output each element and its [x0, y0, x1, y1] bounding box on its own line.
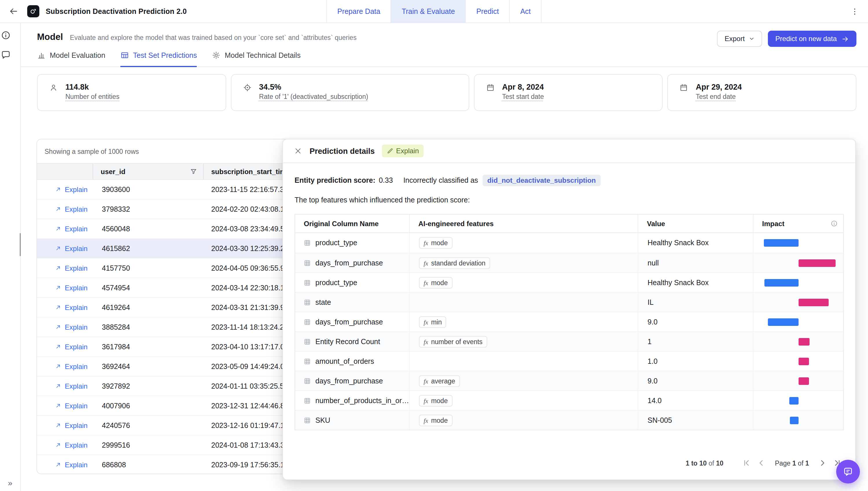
- impact-bar: [798, 338, 809, 345]
- ai-feature-chip: fx mode: [419, 277, 452, 288]
- column-grid-icon: [304, 279, 311, 286]
- user-id-cell: 4007906: [92, 402, 203, 410]
- feature-value: 9.0: [638, 371, 753, 391]
- explain-arrow-icon: [55, 442, 61, 448]
- fx-icon: fx: [424, 259, 428, 266]
- topnav-tab-train-evaluate[interactable]: Train & Evaluate: [391, 0, 465, 23]
- fx-icon: fx: [424, 279, 428, 286]
- explain-arrow-icon: [55, 462, 61, 468]
- feature-row: product_type fx mode Healthy Snack Box: [295, 272, 843, 292]
- assistant-button[interactable]: [836, 460, 860, 484]
- user-id-cell: 4157750: [92, 264, 203, 272]
- impact-cell: [753, 332, 843, 351]
- impact-info-icon[interactable]: [831, 220, 838, 227]
- original-column-name: SKU: [315, 416, 330, 424]
- explain-link[interactable]: Explain: [65, 323, 88, 331]
- ai-feature-label: standard deviation: [431, 259, 485, 266]
- ai-feature-chip: fx mode: [419, 414, 452, 426]
- predict-on-new-data-button[interactable]: Predict on new data: [768, 31, 857, 47]
- assistant-chat-icon: [843, 466, 853, 477]
- explain-arrow-icon: [55, 304, 61, 311]
- column-grid-icon: [304, 358, 311, 365]
- ai-feature-chip: fx mode: [419, 237, 452, 249]
- column-grid-icon: [304, 417, 311, 424]
- topnav-tab-label: Train & Evaluate: [401, 7, 455, 15]
- person-icon: [49, 83, 58, 92]
- ai-feature-chip: fx number of events: [419, 336, 487, 347]
- ai-engineered-features-header: AI-engineered features: [409, 214, 638, 232]
- user-id-cell: 4574954: [92, 284, 203, 292]
- topnav-tab-label: Act: [520, 7, 531, 15]
- table-icon: [120, 51, 129, 60]
- original-column-name: amount_of_orders: [315, 357, 374, 365]
- stat-test-start-date: Apr 8, 2024 Test start date: [474, 74, 663, 111]
- page-title: Model: [37, 32, 63, 42]
- bar-chart-icon: [37, 51, 46, 60]
- tab-model-technical-details[interactable]: Model Technical Details: [212, 51, 301, 67]
- filter-funnel-icon[interactable]: [190, 168, 197, 175]
- first-page-icon[interactable]: [741, 458, 751, 468]
- explain-badge[interactable]: Explain: [382, 145, 424, 157]
- original-column-name: days_from_purchase: [315, 377, 383, 385]
- original-column-name: state: [315, 298, 331, 306]
- next-page-icon[interactable]: [818, 458, 828, 468]
- explain-link[interactable]: Explain: [65, 421, 88, 429]
- ai-feature-chip: fx mode: [419, 395, 452, 406]
- gear-icon: [212, 51, 221, 60]
- explain-link[interactable]: Explain: [65, 343, 88, 351]
- feature-row: days_from_purchase fx average 9.0: [295, 371, 843, 391]
- feature-table-header: Original Column Name AI-engineered featu…: [295, 214, 843, 233]
- feature-row: amount_of_orders 1.0: [295, 351, 843, 371]
- feature-value: 1: [638, 332, 753, 351]
- topnav-tab-label: Predict: [476, 7, 499, 15]
- feature-value: 1.0: [638, 352, 753, 371]
- topnav-tab-label: Prepare Data: [337, 7, 381, 15]
- explain-link[interactable]: Explain: [65, 185, 88, 194]
- user-id-column-header[interactable]: user_id: [92, 164, 203, 179]
- explain-arrow-icon: [55, 324, 61, 330]
- user-id-cell: 3885284: [92, 323, 203, 331]
- explain-link[interactable]: Explain: [65, 284, 88, 292]
- explain-arrow-icon: [55, 186, 61, 193]
- topnav-tab-prepare-data[interactable]: Prepare Data: [326, 0, 391, 23]
- original-column-name: number_of_products_in_order_: [315, 397, 409, 405]
- tab-model-evaluation[interactable]: Model Evaluation: [37, 51, 105, 67]
- explain-arrow-icon: [55, 344, 61, 350]
- ai-feature-label: mode: [431, 239, 448, 247]
- explain-link[interactable]: Explain: [65, 362, 88, 370]
- chat-icon[interactable]: [0, 49, 11, 61]
- export-button[interactable]: Export: [717, 31, 762, 47]
- explain-link[interactable]: Explain: [65, 225, 88, 233]
- previous-page-icon[interactable]: [756, 458, 766, 468]
- explain-link[interactable]: Explain: [65, 244, 88, 253]
- ai-feature-label: mode: [431, 417, 448, 424]
- topnav-tab-act[interactable]: Act: [509, 0, 542, 23]
- explain-link[interactable]: Explain: [65, 264, 88, 272]
- explain-link[interactable]: Explain: [65, 205, 88, 213]
- kebab-menu-icon[interactable]: [848, 5, 861, 18]
- explain-link[interactable]: Explain: [65, 441, 88, 449]
- fx-icon: fx: [424, 318, 428, 325]
- user-id-cell: 3798332: [92, 205, 203, 213]
- topnav-tab-predict[interactable]: Predict: [465, 0, 509, 23]
- back-arrow-icon[interactable]: [6, 4, 21, 19]
- ai-feature-label: mode: [431, 279, 448, 286]
- panel-title: Prediction details: [310, 147, 375, 155]
- user-id-cell: 3692464: [92, 362, 203, 370]
- ai-feature-chip: fx average: [419, 375, 460, 386]
- score-value: 0.33: [379, 176, 393, 184]
- explain-arrow-icon: [55, 226, 61, 232]
- explain-link[interactable]: Explain: [65, 461, 88, 469]
- explain-arrow-icon: [55, 383, 61, 389]
- app-logo: [27, 5, 39, 17]
- impact-bar: [764, 279, 798, 286]
- tab-test-set-predictions[interactable]: Test Set Predictions: [120, 51, 197, 67]
- info-icon[interactable]: [0, 29, 11, 41]
- sidebar-resize-handle[interactable]: [20, 233, 21, 256]
- sidebar-collapse-icon[interactable]: »: [0, 478, 20, 488]
- explain-link[interactable]: Explain: [65, 303, 88, 312]
- feature-table-body: product_type fx mode Healthy Snack Box d…: [295, 233, 843, 430]
- explain-link[interactable]: Explain: [65, 402, 88, 410]
- close-icon[interactable]: [293, 146, 303, 155]
- explain-link[interactable]: Explain: [65, 382, 88, 390]
